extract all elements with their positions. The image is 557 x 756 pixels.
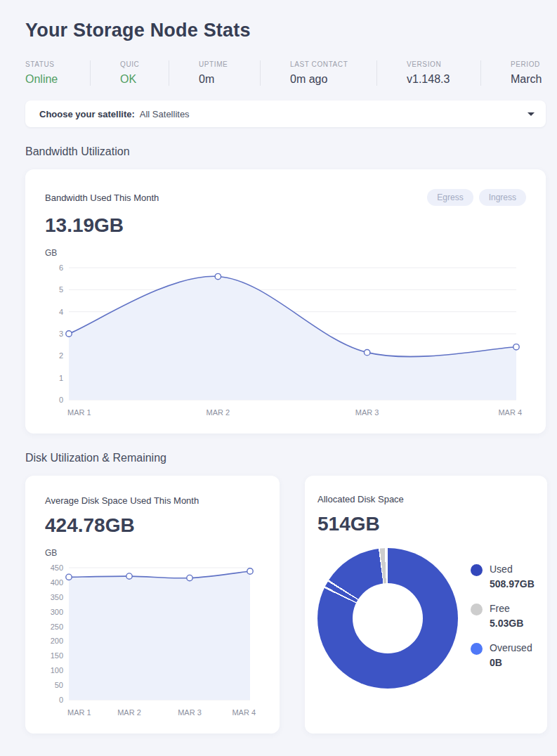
svg-text:MAR 1: MAR 1	[67, 408, 91, 417]
status-label: UPTIME	[199, 60, 260, 68]
bandwidth-toggle-group: Egress Ingress	[427, 189, 526, 206]
period-picker[interactable]: March	[511, 73, 546, 86]
svg-text:MAR 3: MAR 3	[178, 708, 202, 717]
svg-text:4: 4	[59, 308, 63, 316]
satellite-dropdown[interactable]: Choose your satellite: All Satellites	[25, 100, 546, 127]
satellite-dropdown-label: Choose your satellite:	[39, 109, 135, 119]
status-cell-uptime: UPTIME 0m	[169, 60, 260, 86]
bandwidth-axis-unit: GB	[45, 248, 526, 258]
ingress-toggle-button[interactable]: Ingress	[479, 189, 526, 206]
page-title: Your Storage Node Stats	[25, 20, 546, 41]
free-dot-icon	[471, 604, 483, 615]
bandwidth-card: Bandwidth Used This Month Egress Ingress…	[25, 169, 546, 434]
dashboard: Your Storage Node Stats STATUS Online QU…	[0, 0, 557, 734]
svg-text:350: 350	[51, 593, 63, 601]
disk-donut-chart	[317, 548, 458, 689]
svg-text:0: 0	[59, 396, 63, 404]
status-label: STATUS	[25, 60, 90, 68]
legend-value: 5.03GB	[490, 618, 523, 629]
avg-disk-card: Average Disk Space Used This Month 424.7…	[25, 476, 280, 734]
status-cell-quic: QUIC OK	[90, 60, 169, 86]
allocated-disk-total: 514GB	[317, 513, 535, 535]
svg-text:6: 6	[59, 263, 63, 272]
svg-text:MAR 2: MAR 2	[207, 408, 230, 417]
status-bar: STATUS Online QUIC OK UPTIME 0m LAST CON…	[25, 60, 546, 86]
donut-legend: Used 508.97GB Free 5.03GB	[471, 563, 535, 668]
status-cell-version: VERSION v1.148.3	[376, 60, 480, 86]
status-label: LAST CONTACT	[290, 60, 376, 68]
svg-text:1: 1	[59, 374, 63, 382]
allocated-disk-card: Allocated Disk Space 514GB Used 508.97GB	[305, 476, 547, 734]
bandwidth-card-title: Bandwidth Used This Month	[45, 193, 159, 203]
status-label: QUIC	[120, 60, 169, 68]
legend-item-free: Free 5.03GB	[471, 603, 535, 629]
used-dot-icon	[471, 564, 483, 576]
svg-text:450: 450	[51, 563, 63, 572]
svg-text:150: 150	[51, 651, 63, 660]
status-value: Online	[25, 73, 90, 86]
chevron-down-icon	[527, 112, 535, 116]
legend-item-used: Used 508.97GB	[471, 563, 535, 589]
legend-label: Overused	[490, 642, 532, 653]
legend-value: 508.97GB	[490, 578, 535, 589]
svg-text:0: 0	[59, 696, 63, 704]
svg-text:MAR 2: MAR 2	[117, 708, 141, 717]
svg-text:MAR 1: MAR 1	[67, 708, 91, 717]
status-value: 0m ago	[290, 73, 376, 86]
svg-text:400: 400	[51, 578, 63, 587]
svg-text:2: 2	[59, 351, 63, 360]
svg-text:200: 200	[51, 637, 63, 645]
legend-label: Free	[490, 603, 523, 614]
svg-text:MAR 3: MAR 3	[355, 408, 379, 417]
status-cell-period: PERIOD March	[480, 60, 546, 86]
status-value: 0m	[199, 73, 260, 86]
egress-toggle-button[interactable]: Egress	[427, 189, 473, 206]
disk-axis-unit: GB	[45, 548, 260, 558]
svg-text:MAR 4: MAR 4	[232, 708, 256, 717]
donut-hole	[353, 583, 423, 653]
avg-disk-card-title: Average Disk Space Used This Month	[45, 495, 260, 506]
status-cell-last-contact: LAST CONTACT 0m ago	[260, 60, 376, 86]
legend-label: Used	[490, 563, 535, 575]
status-cell-status: STATUS Online	[25, 60, 90, 86]
svg-text:100: 100	[51, 666, 63, 674]
svg-text:50: 50	[55, 681, 63, 689]
bandwidth-section-heading: Bandwidth Utilization	[25, 145, 546, 158]
svg-text:300: 300	[51, 608, 63, 616]
overused-dot-icon	[471, 643, 483, 655]
status-value: v1.148.3	[407, 73, 480, 86]
avg-disk-total: 424.78GB	[45, 514, 260, 537]
bandwidth-chart: 0123456MAR 1MAR 2MAR 3MAR 4	[45, 261, 526, 424]
svg-text:250: 250	[51, 623, 63, 631]
status-label: VERSION	[407, 60, 480, 68]
status-value: OK	[120, 73, 169, 86]
allocated-disk-card-title: Allocated Disk Space	[317, 494, 535, 504]
svg-text:MAR 4: MAR 4	[498, 408, 522, 417]
svg-text:5: 5	[59, 285, 63, 294]
status-label: PERIOD	[511, 60, 546, 68]
legend-value: 0B	[490, 657, 532, 668]
bandwidth-total: 13.19GB	[45, 214, 526, 237]
disk-section-heading: Disk Utilization & Remaining	[25, 452, 546, 464]
disk-chart: 050100150200250300350400450MAR 1MAR 2MAR…	[45, 561, 260, 724]
svg-text:3: 3	[59, 330, 63, 338]
legend-item-overused: Overused 0B	[471, 642, 535, 668]
satellite-dropdown-value: All Satellites	[140, 109, 190, 119]
